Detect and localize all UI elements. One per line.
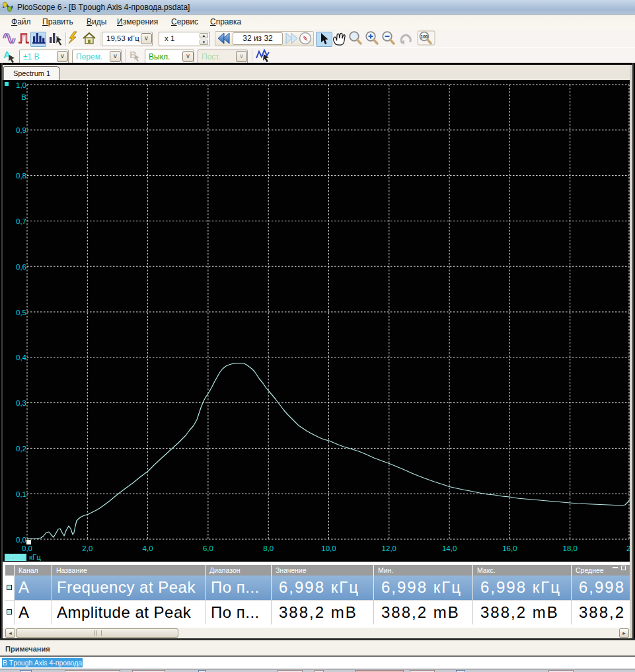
svg-text:6,0: 6,0 (203, 544, 213, 552)
svg-text:0,7: 0,7 (16, 217, 26, 225)
svg-text:0,4: 0,4 (16, 354, 27, 361)
svg-text:0,1: 0,1 (16, 490, 26, 498)
svg-text:кГц: кГц (29, 553, 41, 561)
svg-text:4,0: 4,0 (143, 544, 153, 552)
svg-text:14,0: 14,0 (442, 544, 457, 552)
svg-text:18,0: 18,0 (563, 544, 578, 552)
svg-text:0,2: 0,2 (16, 445, 26, 453)
svg-text:±10: ±10 (9, 554, 20, 561)
svg-text:1,0: 1,0 (16, 81, 26, 89)
svg-text:8,0: 8,0 (263, 544, 274, 552)
svg-text:0,9: 0,9 (16, 126, 26, 134)
svg-text:16,0: 16,0 (502, 544, 517, 552)
svg-text:10,0: 10,0 (321, 544, 336, 552)
svg-text:100: 100 (421, 34, 428, 39)
svg-text:В: В (21, 93, 26, 101)
svg-text:0,5: 0,5 (16, 309, 26, 317)
svg-text:2: 2 (626, 544, 630, 552)
svg-text:0,6: 0,6 (16, 263, 26, 271)
svg-text:0,8: 0,8 (16, 172, 26, 180)
svg-text:0,0: 0,0 (16, 536, 26, 544)
svg-text:12,0: 12,0 (382, 544, 396, 552)
svg-text:0,0: 0,0 (22, 544, 32, 552)
svg-text:0,3: 0,3 (16, 399, 26, 407)
svg-text:2,0: 2,0 (82, 544, 93, 552)
